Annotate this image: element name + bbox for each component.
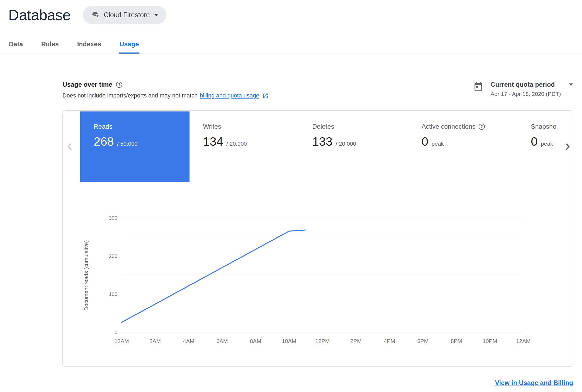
section-title: Usage over time <box>62 81 112 88</box>
x-tick-label: 4PM <box>384 338 395 344</box>
x-tick-label: 12AM <box>516 338 531 344</box>
help-icon[interactable]: ? <box>479 124 485 130</box>
chevron-down-icon <box>154 14 158 16</box>
metric-label: Active connections <box>422 123 475 130</box>
tab-data[interactable]: Data <box>8 40 23 54</box>
usage-card: ‹ Reads268/ 50,000Writes134/ 20,000Delet… <box>62 110 573 367</box>
metric-tile-reads[interactable]: Reads268/ 50,000 <box>80 111 190 182</box>
chart-y-axis-label: Document reads (cumulative) <box>83 240 89 310</box>
metric-value: 0 <box>531 135 538 149</box>
usage-chart: 010020030012AM2AM4AM6AM8AM10AM12PM2PM4PM… <box>63 210 573 361</box>
metric-tile-deletes[interactable]: Deletes133/ 20,000 <box>299 111 408 182</box>
carousel-next-button[interactable]: › <box>565 138 570 153</box>
y-tick-label: 300 <box>109 215 117 221</box>
x-tick-label: 10PM <box>483 338 497 344</box>
database-selector-label: Cloud Firestore <box>104 11 150 19</box>
x-tick-label: 4AM <box>183 338 194 344</box>
carousel-prev-button[interactable]: ‹ <box>67 138 72 153</box>
database-selector[interactable]: Cloud Firestore <box>83 6 166 24</box>
x-tick-label: 8AM <box>250 338 261 344</box>
metric-value: 0 <box>422 135 428 149</box>
page-header: Database Cloud Firestore <box>8 6 166 24</box>
x-tick-label: 10AM <box>282 338 296 344</box>
x-tick-label: 2PM <box>350 338 362 344</box>
help-icon[interactable]: ? <box>116 82 122 88</box>
chevron-down-icon <box>569 83 573 86</box>
tab-indexes[interactable]: Indexes <box>76 40 101 54</box>
metric-label: Reads <box>94 123 112 130</box>
x-tick-label: 2AM <box>149 338 161 344</box>
metric-value: 133 <box>312 135 332 149</box>
quota-period-label: Current quota period <box>490 81 555 88</box>
billing-quota-link[interactable]: billing and quota usage <box>200 92 259 99</box>
metric-tile-active-connections[interactable]: Active connections?0peak <box>408 111 517 182</box>
metric-label: Writes <box>203 123 221 130</box>
metric-value: 268 <box>94 135 114 149</box>
usage-section-header: Usage over time ? Does not include impor… <box>62 81 573 99</box>
metric-label: Deletes <box>312 123 334 130</box>
metric-suffix: / 20,000 <box>336 141 356 147</box>
x-tick-label: 12PM <box>315 338 330 344</box>
x-tick-label: 12AM <box>114 338 129 344</box>
quota-period-selector[interactable]: Current quota period Apr 17 - Apr 18, 20… <box>473 81 573 97</box>
y-tick-label: 100 <box>109 291 117 297</box>
metric-suffix: / 20,000 <box>226 141 247 147</box>
firestore-icon <box>91 11 99 19</box>
usage-subtitle: Does not include imports/exports and may… <box>62 92 268 99</box>
page-title: Database <box>8 6 71 24</box>
external-link-icon[interactable] <box>262 93 268 99</box>
metric-tile-writes[interactable]: Writes134/ 20,000 <box>190 111 299 182</box>
firestore-usage-page: Database Cloud Firestore DataRulesIndexe… <box>0 0 582 392</box>
metric-suffix: / 50,000 <box>117 141 138 147</box>
metric-label: Snapsho <box>531 123 556 130</box>
usage-line <box>122 230 306 322</box>
x-tick-label: 6PM <box>417 338 429 344</box>
tab-usage[interactable]: Usage <box>119 40 139 54</box>
tab-bar: DataRulesIndexesUsage <box>0 40 582 54</box>
x-tick-label: 6AM <box>216 338 228 344</box>
subtitle-text: Does not include imports/exports and may… <box>62 92 198 99</box>
quota-period-range: Apr 17 - Apr 18, 2020 (PDT) <box>490 91 573 97</box>
view-usage-billing-link[interactable]: View in Usage and Billing <box>495 379 573 387</box>
tab-rules[interactable]: Rules <box>41 40 59 54</box>
usage-title-block: Usage over time ? Does not include impor… <box>62 81 268 99</box>
metric-suffix: peak <box>432 141 444 147</box>
metric-suffix: peak <box>541 141 553 147</box>
calendar-icon <box>473 81 483 93</box>
y-tick-label: 200 <box>109 253 117 259</box>
x-tick-label: 8PM <box>451 338 462 344</box>
metric-value: 134 <box>203 135 223 149</box>
y-tick-label: 0 <box>114 330 117 335</box>
